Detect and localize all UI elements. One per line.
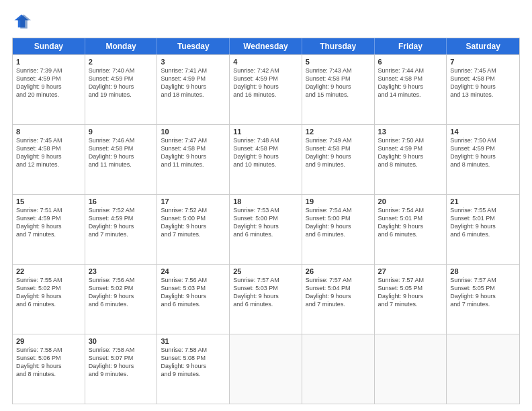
calendar-cell: 30Sunrise: 7:58 AMSunset: 5:07 PMDayligh… [85, 334, 158, 404]
calendar-header-cell: Monday [85, 38, 158, 54]
calendar-header-cell: Sunday [13, 38, 85, 54]
calendar-cell: 14Sunrise: 7:50 AMSunset: 4:59 PMDayligh… [447, 125, 519, 194]
calendar-row: 15Sunrise: 7:51 AMSunset: 4:59 PMDayligh… [13, 194, 519, 264]
calendar-cell: 9Sunrise: 7:46 AMSunset: 4:58 PMDaylight… [85, 125, 158, 194]
calendar-cell: 10Sunrise: 7:47 AMSunset: 4:58 PMDayligh… [157, 125, 230, 194]
day-info: Sunrise: 7:51 AMSunset: 4:59 PMDaylight:… [16, 206, 81, 239]
day-number: 18 [233, 197, 298, 205]
calendar-cell: 31Sunrise: 7:58 AMSunset: 5:08 PMDayligh… [157, 334, 230, 404]
day-info: Sunrise: 7:49 AMSunset: 4:58 PMDaylight:… [306, 136, 371, 169]
day-number: 21 [450, 197, 516, 205]
day-number: 1 [16, 58, 81, 66]
day-number: 3 [161, 58, 226, 66]
day-number: 2 [89, 58, 154, 66]
calendar-cell: 3Sunrise: 7:41 AMSunset: 4:59 PMDaylight… [157, 55, 230, 124]
calendar-cell: 27Sunrise: 7:57 AMSunset: 5:05 PMDayligh… [375, 265, 447, 334]
day-number: 14 [450, 128, 516, 136]
day-info: Sunrise: 7:42 AMSunset: 4:59 PMDaylight:… [233, 66, 298, 99]
day-number: 20 [378, 197, 443, 205]
day-info: Sunrise: 7:57 AMSunset: 5:04 PMDaylight:… [306, 276, 371, 309]
calendar-cell: 23Sunrise: 7:56 AMSunset: 5:02 PMDayligh… [85, 265, 158, 334]
calendar-cell: 2Sunrise: 7:40 AMSunset: 4:59 PMDaylight… [85, 55, 158, 124]
day-info: Sunrise: 7:40 AMSunset: 4:59 PMDaylight:… [89, 66, 154, 99]
day-info: Sunrise: 7:58 AMSunset: 5:06 PMDaylight:… [16, 346, 81, 379]
calendar-cell: 13Sunrise: 7:50 AMSunset: 4:59 PMDayligh… [375, 125, 447, 194]
day-info: Sunrise: 7:55 AMSunset: 5:01 PMDaylight:… [450, 206, 516, 239]
day-number: 23 [89, 267, 154, 275]
calendar-cell: 26Sunrise: 7:57 AMSunset: 5:04 PMDayligh… [302, 265, 375, 334]
calendar-cell: 22Sunrise: 7:55 AMSunset: 5:02 PMDayligh… [13, 265, 85, 334]
calendar-header-cell: Thursday [302, 38, 375, 54]
calendar-cell: 19Sunrise: 7:54 AMSunset: 5:00 PMDayligh… [302, 195, 375, 264]
calendar-cell: 29Sunrise: 7:58 AMSunset: 5:06 PMDayligh… [13, 334, 85, 404]
logo [12, 12, 34, 31]
header [12, 12, 520, 31]
day-number: 11 [233, 128, 298, 136]
day-number: 12 [306, 128, 371, 136]
day-number: 29 [16, 337, 81, 345]
calendar-cell: 15Sunrise: 7:51 AMSunset: 4:59 PMDayligh… [13, 195, 85, 264]
day-number: 13 [378, 128, 443, 136]
calendar-header-cell: Tuesday [157, 38, 230, 54]
calendar-cell [447, 334, 519, 404]
calendar-cell: 18Sunrise: 7:53 AMSunset: 5:00 PMDayligh… [230, 195, 302, 264]
day-number: 10 [161, 128, 226, 136]
calendar-header-cell: Wednesday [230, 38, 302, 54]
day-info: Sunrise: 7:56 AMSunset: 5:03 PMDaylight:… [161, 276, 226, 309]
calendar-row: 8Sunrise: 7:45 AMSunset: 4:58 PMDaylight… [13, 124, 519, 194]
day-info: Sunrise: 7:44 AMSunset: 4:58 PMDaylight:… [378, 66, 443, 99]
calendar-cell [230, 334, 302, 404]
day-number: 30 [89, 337, 154, 345]
day-info: Sunrise: 7:45 AMSunset: 4:58 PMDaylight:… [450, 66, 516, 99]
calendar-header-cell: Friday [375, 38, 447, 54]
day-info: Sunrise: 7:58 AMSunset: 5:08 PMDaylight:… [161, 346, 226, 379]
day-number: 27 [378, 267, 443, 275]
calendar-cell: 7Sunrise: 7:45 AMSunset: 4:58 PMDaylight… [447, 55, 519, 124]
day-number: 7 [450, 58, 516, 66]
day-number: 19 [306, 197, 371, 205]
day-number: 15 [16, 197, 81, 205]
day-number: 16 [89, 197, 154, 205]
calendar-cell: 17Sunrise: 7:52 AMSunset: 5:00 PMDayligh… [157, 195, 230, 264]
calendar-row: 29Sunrise: 7:58 AMSunset: 5:06 PMDayligh… [13, 334, 519, 404]
calendar-cell: 25Sunrise: 7:57 AMSunset: 5:03 PMDayligh… [230, 265, 302, 334]
calendar-cell: 20Sunrise: 7:54 AMSunset: 5:01 PMDayligh… [375, 195, 447, 264]
calendar-cell: 1Sunrise: 7:39 AMSunset: 4:59 PMDaylight… [13, 55, 85, 124]
day-number: 22 [16, 267, 81, 275]
day-info: Sunrise: 7:39 AMSunset: 4:59 PMDaylight:… [16, 66, 81, 99]
calendar-cell: 8Sunrise: 7:45 AMSunset: 4:58 PMDaylight… [13, 125, 85, 194]
day-info: Sunrise: 7:47 AMSunset: 4:58 PMDaylight:… [161, 136, 226, 169]
day-info: Sunrise: 7:41 AMSunset: 4:59 PMDaylight:… [161, 66, 226, 99]
day-info: Sunrise: 7:52 AMSunset: 5:00 PMDaylight:… [161, 206, 226, 239]
day-info: Sunrise: 7:54 AMSunset: 5:00 PMDaylight:… [306, 206, 371, 239]
day-info: Sunrise: 7:54 AMSunset: 5:01 PMDaylight:… [378, 206, 443, 239]
day-info: Sunrise: 7:46 AMSunset: 4:58 PMDaylight:… [89, 136, 154, 169]
day-number: 31 [161, 337, 226, 345]
day-info: Sunrise: 7:57 AMSunset: 5:05 PMDaylight:… [450, 276, 516, 309]
day-number: 26 [306, 267, 371, 275]
day-number: 28 [450, 267, 516, 275]
calendar: SundayMondayTuesdayWednesdayThursdayFrid… [12, 38, 520, 404]
day-info: Sunrise: 7:45 AMSunset: 4:58 PMDaylight:… [16, 136, 81, 169]
calendar-cell: 16Sunrise: 7:52 AMSunset: 4:59 PMDayligh… [85, 195, 158, 264]
calendar-cell: 24Sunrise: 7:56 AMSunset: 5:03 PMDayligh… [157, 265, 230, 334]
day-number: 9 [89, 128, 154, 136]
day-info: Sunrise: 7:43 AMSunset: 4:58 PMDaylight:… [306, 66, 371, 99]
calendar-cell: 6Sunrise: 7:44 AMSunset: 4:58 PMDaylight… [375, 55, 447, 124]
day-info: Sunrise: 7:53 AMSunset: 5:00 PMDaylight:… [233, 206, 298, 239]
day-number: 8 [16, 128, 81, 136]
day-info: Sunrise: 7:48 AMSunset: 4:58 PMDaylight:… [233, 136, 298, 169]
day-number: 25 [233, 267, 298, 275]
calendar-cell [302, 334, 375, 404]
day-info: Sunrise: 7:55 AMSunset: 5:02 PMDaylight:… [16, 276, 81, 309]
day-number: 24 [161, 267, 226, 275]
page: SundayMondayTuesdayWednesdayThursdayFrid… [0, 0, 532, 411]
calendar-cell [375, 334, 447, 404]
day-info: Sunrise: 7:50 AMSunset: 4:59 PMDaylight:… [378, 136, 443, 169]
calendar-cell: 11Sunrise: 7:48 AMSunset: 4:58 PMDayligh… [230, 125, 302, 194]
day-info: Sunrise: 7:52 AMSunset: 4:59 PMDaylight:… [89, 206, 154, 239]
calendar-row: 22Sunrise: 7:55 AMSunset: 5:02 PMDayligh… [13, 264, 519, 334]
logo-icon [12, 12, 31, 31]
calendar-row: 1Sunrise: 7:39 AMSunset: 4:59 PMDaylight… [13, 54, 519, 124]
calendar-cell: 12Sunrise: 7:49 AMSunset: 4:58 PMDayligh… [302, 125, 375, 194]
